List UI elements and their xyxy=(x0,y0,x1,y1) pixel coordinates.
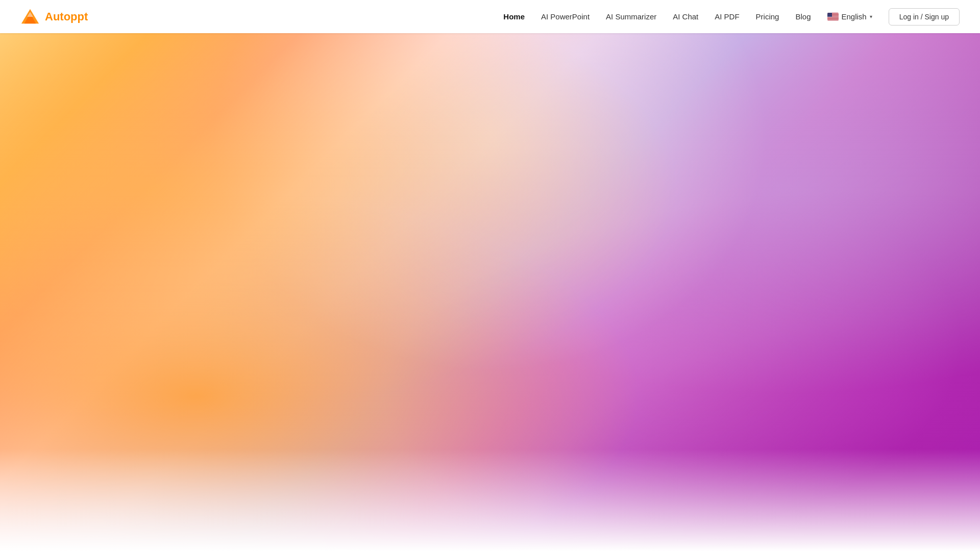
svg-rect-12 xyxy=(827,18,839,18)
nav-home[interactable]: Home xyxy=(503,12,525,21)
svg-rect-15 xyxy=(827,20,839,20)
nav-ai-pdf[interactable]: AI PDF xyxy=(715,12,739,21)
flag-us-icon xyxy=(827,13,839,20)
svg-rect-16 xyxy=(827,13,832,17)
language-selector[interactable]: English ▾ xyxy=(827,12,872,21)
svg-rect-14 xyxy=(827,19,839,20)
svg-rect-13 xyxy=(827,19,839,19)
hero-fade-overlay xyxy=(0,449,980,551)
nav-pricing[interactable]: Pricing xyxy=(756,12,779,21)
svg-rect-11 xyxy=(827,17,839,18)
login-button[interactable]: Log in / Sign up xyxy=(889,8,960,26)
nav-ai-chat[interactable]: AI Chat xyxy=(673,12,698,21)
navbar: Autoppt Home AI PowerPoint AI Summarizer… xyxy=(0,0,980,33)
nav-ai-summarizer[interactable]: AI Summarizer xyxy=(606,12,656,21)
logo-container[interactable]: Autoppt xyxy=(20,7,88,27)
brand-name: Autoppt xyxy=(45,10,88,23)
language-label: English xyxy=(842,12,867,21)
chevron-down-icon: ▾ xyxy=(870,14,872,19)
nav-blog[interactable]: Blog xyxy=(795,12,811,21)
svg-rect-10 xyxy=(827,17,839,17)
nav-ai-powerpoint[interactable]: AI PowerPoint xyxy=(541,12,590,21)
hero-section xyxy=(0,33,980,551)
nav-links: Home AI PowerPoint AI Summarizer AI Chat… xyxy=(503,8,960,26)
logo-icon xyxy=(20,7,40,27)
